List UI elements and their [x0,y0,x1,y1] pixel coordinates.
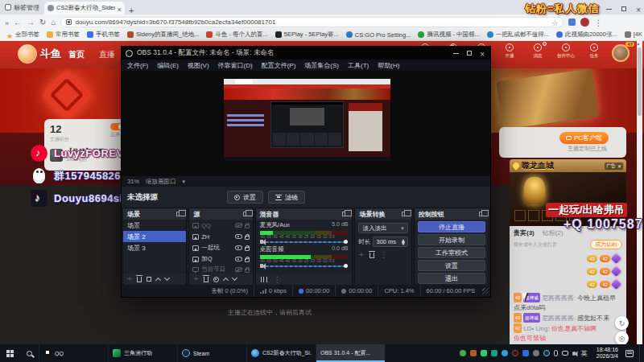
duration-spinner[interactable]: 300 ms ▴▾ [373,237,407,247]
site-info-icon[interactable] [66,19,72,25]
tray-app-icon[interactable] [470,350,477,356]
tray-app-icon[interactable] [491,350,497,356]
tray-cloud-icon[interactable] [502,350,508,356]
tab-diamond-fans[interactable]: 钻粉(2) [543,228,564,237]
taskbar-app-delta[interactable]: 三角洲行动 [108,344,177,362]
add-scene-icon[interactable] [127,275,132,283]
lock-icon[interactable] [245,269,250,273]
add-transition-icon[interactable] [358,251,363,259]
pc-client-button[interactable]: PC客户端 [559,132,609,144]
minimize-icon[interactable] [606,9,612,10]
remove-scene-icon[interactable] [137,277,142,282]
bookmark-item[interactable]: 手机书签 [87,31,120,39]
source-item[interactable]: QQ [189,220,252,231]
chevron-down-icon[interactable] [183,178,186,185]
nav-messages[interactable]: 消息 [528,43,547,59]
tab-vip[interactable]: 贵宾(3) [514,228,535,237]
lock-icon[interactable] [245,236,250,240]
visibility-off-icon[interactable] [235,267,242,272]
popout-icon[interactable] [342,212,348,216]
start-button[interactable] [0,344,19,362]
input-language[interactable]: 英 [580,349,589,358]
scene-item-selected[interactable]: 场景 2 [123,231,186,242]
tray-app-icon[interactable] [512,350,518,356]
add-source-icon[interactable] [193,275,198,283]
tab-manager-button[interactable]: 标签管理 [5,3,39,12]
desktop-volume-slider[interactable] [266,265,349,267]
obs-maximize-icon[interactable] [467,51,472,56]
source-item[interactable]: 一起玩 [189,242,252,253]
show-desktop-button[interactable] [639,344,642,362]
popout-icon[interactable] [479,212,485,216]
visibility-off-icon[interactable] [235,223,242,228]
bookmark-item[interactable]: [4K 60帧] 戴上耳... [625,31,644,39]
nav-broadcast[interactable]: 开播 [500,43,519,59]
menu-scene-collection[interactable]: 场景集合(S) [304,61,339,70]
nav-home[interactable]: 首页 [68,49,85,60]
bookmark-item[interactable]: CS:GO Pro Setting... [346,31,411,39]
lock-icon[interactable] [245,258,250,262]
start-recording-button[interactable]: 开始录制 [418,234,485,245]
bookmark-item[interactable]: 斗鱼 - 每个人的直... [206,31,267,39]
source-item[interactable]: ZH [189,231,252,242]
display-icon[interactable] [562,351,568,356]
settings-button[interactable]: 设置 [418,260,485,271]
notification-center-icon[interactable] [625,350,634,357]
move-down-icon[interactable] [232,275,237,281]
page-scrollbar[interactable] [637,41,642,344]
taskbar-app-obs[interactable]: OBS 31.0.4 - 配置... [316,344,385,362]
nav-live[interactable]: 直播 [99,49,115,60]
nav-tasks[interactable]: 任务 [584,43,604,59]
user-avatar[interactable] [612,44,630,62]
tab-close-icon[interactable] [118,1,122,15]
menu-edit[interactable]: 编辑(E) [157,61,179,70]
tray-app-icon[interactable] [522,350,529,356]
studio-mode-button[interactable]: 工作室模式 [418,247,485,258]
scene-item[interactable]: 场景 [123,220,186,231]
obs-close-icon[interactable] [480,46,485,60]
home-icon[interactable] [51,18,56,27]
exit-button[interactable]: 退出 [418,273,485,284]
overflow-icon[interactable] [5,14,9,29]
bookmark-item[interactable]: 一把乱成都不值得... [487,31,549,39]
bookmark-item[interactable]: 此视频由20000张... [556,31,617,39]
speaker-icon[interactable] [260,240,263,244]
popout-icon[interactable] [243,212,249,216]
transition-menu-icon[interactable] [380,251,388,259]
taskbar-app-browser[interactable]: CS2新春大行动_Si... [246,344,316,362]
nav-creator-center[interactable]: 创作中心 [556,43,576,59]
popout-icon[interactable] [402,212,407,216]
menu-file[interactable]: 文件(F) [127,61,148,70]
taskbar-app-steam[interactable]: Steam [177,344,246,362]
back-icon[interactable] [14,18,22,27]
tray-antivirus-icon[interactable] [460,350,466,356]
reload-icon[interactable] [39,18,46,27]
mic-volume-slider[interactable] [266,241,349,243]
browser-menu-icon[interactable] [594,14,602,29]
mixer-menu-icon[interactable] [274,276,282,284]
report-float-button[interactable] [615,331,629,345]
scene-item[interactable]: 场景 3 [123,242,186,253]
lock-icon[interactable] [245,247,250,251]
spinner-arrows[interactable]: ▴▾ [402,239,405,245]
address-bar[interactable]: douyu.com/8694?dyshid=3b670-f37548fb92b0… [60,17,564,27]
douyu-logo[interactable]: 斗鱼 [18,44,61,64]
bookmark-item[interactable]: 腾讯视频 - 中国领... [418,31,479,39]
bookmark-item[interactable]: 常用书签 [47,31,80,39]
visibility-icon[interactable] [235,245,242,250]
taskbar-search[interactable] [19,344,39,362]
obs-minimize-icon[interactable] [453,53,459,54]
tray-settings-icon[interactable] [533,350,539,356]
popout-icon[interactable] [176,212,182,216]
forward-icon[interactable] [27,18,35,27]
scrollbar-thumb[interactable] [638,47,642,116]
bookmark-item[interactable]: 5EPlay - 5EPlay赛... [275,31,339,39]
speaker-icon[interactable] [260,264,263,268]
lock-icon[interactable] [245,224,250,228]
tray-app-icon[interactable] [481,350,487,356]
volume-icon[interactable] [572,352,576,356]
resize-grip[interactable] [482,288,489,294]
refresh-float-button[interactable] [615,316,629,330]
tray-steam-icon[interactable] [543,350,550,356]
browser-tab[interactable]: CS2新春大行动_Sideny的直播 [44,2,125,14]
